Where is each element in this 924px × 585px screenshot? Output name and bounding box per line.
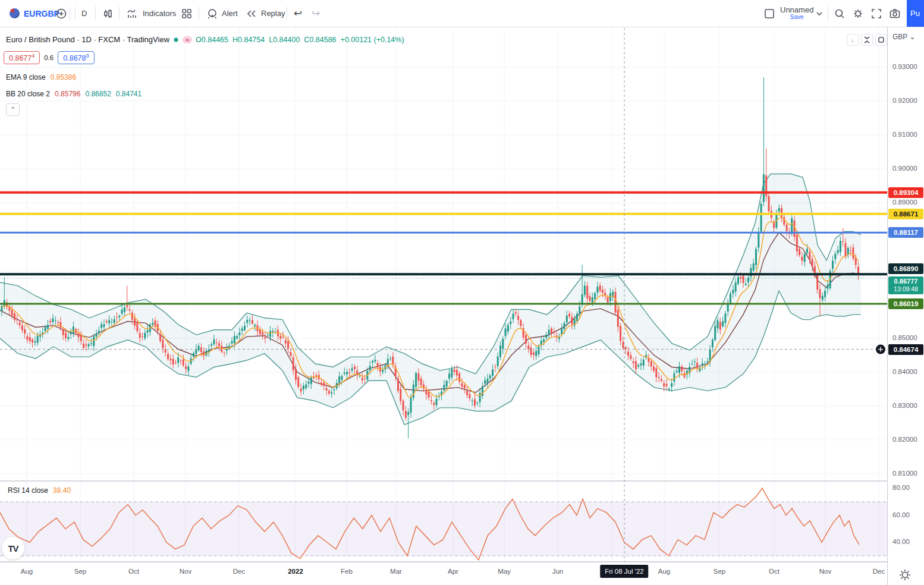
price-chart[interactable] xyxy=(0,27,887,562)
fullscreen-icon[interactable] xyxy=(870,0,882,27)
layout-name-label: Unnamed xyxy=(780,7,813,14)
bb-label: BB 20 close 2 xyxy=(6,90,50,98)
replay-button[interactable]: Replay xyxy=(246,0,285,27)
time-axis-label: Mar xyxy=(390,568,402,575)
rsi-indicator-row[interactable]: RSI 14 close 38.40 xyxy=(5,486,74,495)
price-tick: 0.83000 xyxy=(892,402,917,409)
maximize-pane-icon[interactable] xyxy=(875,34,887,46)
rsi-tick: 80.00 xyxy=(892,484,910,491)
replay-label: Replay xyxy=(261,9,285,18)
ohlc-values: O0.84465 H0.84754 L0.84400 C0.84586 +0.0… xyxy=(196,36,404,44)
top-toolbar: EURGBP D Indicators Alert Replay xyxy=(0,0,924,27)
close-value: C0.84586 xyxy=(304,36,336,44)
indicators-button[interactable]: Indicators xyxy=(126,0,176,27)
price-tick: 0.89000 xyxy=(892,199,917,206)
time-axis-label: Sep xyxy=(74,568,86,575)
time-axis-label: Sep xyxy=(714,568,725,575)
time-axis-label: Jun xyxy=(552,568,564,575)
interval-label: D xyxy=(81,9,87,18)
open-value: O0.84465 xyxy=(196,36,228,44)
time-axis-label: Oct xyxy=(128,568,139,575)
redo-button[interactable]: ↪ xyxy=(312,0,320,27)
ema-indicator-row[interactable]: EMA 9 close 0.85386 xyxy=(4,73,78,82)
bb-lower-value: 0.84741 xyxy=(116,90,142,98)
time-axis-label: Oct xyxy=(769,568,780,575)
level-price-label[interactable]: 0.88117 xyxy=(888,227,923,238)
indicator-templates-icon[interactable] xyxy=(181,0,192,27)
layout-button[interactable] xyxy=(763,0,775,27)
indicators-label: Indicators xyxy=(143,9,176,18)
market-status-icon xyxy=(173,37,179,43)
last-price-label: 0.8677713:09:48 xyxy=(888,276,923,294)
price-tick: 0.82000 xyxy=(892,436,917,443)
ema-value: 0.85386 xyxy=(51,73,76,81)
alert-button[interactable]: Alert xyxy=(206,0,238,27)
time-axis-label: Feb xyxy=(341,568,353,575)
price-scale[interactable]: GBP ⌄ 0.930000.920000.910000.900000.8900… xyxy=(888,27,924,585)
save-button[interactable]: Save xyxy=(790,14,804,21)
bb-indicator-row[interactable]: BB 20 close 2 0.85796 0.86852 0.84741 xyxy=(4,89,144,99)
price-tick: 0.93000 xyxy=(892,63,917,70)
price-tick: 0.84000 xyxy=(892,368,917,375)
time-axis-label: Nov xyxy=(819,568,831,575)
interval-button[interactable]: D xyxy=(81,0,87,27)
time-axis-label: Nov xyxy=(180,568,191,575)
chevron-down-icon[interactable] xyxy=(816,0,823,27)
bb-basis-value: 0.85796 xyxy=(55,90,80,98)
level-price-label[interactable]: 0.89304 xyxy=(888,187,923,198)
change-value: +0.00121 (+0.14%) xyxy=(341,36,404,44)
ema-label: EMA 9 close xyxy=(6,73,46,81)
price-tick: 0.91000 xyxy=(892,131,917,138)
price-tick: 0.85000 xyxy=(892,334,917,341)
high-value: H0.84754 xyxy=(232,36,265,44)
undo-button[interactable]: ↩ xyxy=(294,0,302,27)
collapse-pane-icon[interactable] xyxy=(861,34,873,46)
time-axis-label: Aug xyxy=(658,568,670,575)
symbol-search-add-icon[interactable] xyxy=(55,0,67,27)
time-axis-label: Dec xyxy=(233,568,245,575)
chart-style-button[interactable] xyxy=(102,0,114,27)
scale-settings-icon[interactable] xyxy=(898,568,912,584)
search-icon[interactable] xyxy=(834,0,846,27)
time-axis-label: Dec xyxy=(873,568,885,575)
price-tick: 0.81000 xyxy=(892,470,917,477)
approx-data-icon: ≈ xyxy=(183,36,192,43)
pane-controls: ↓ xyxy=(847,34,887,46)
crosshair-price-label: 0.84674 xyxy=(888,344,923,355)
rsi-value: 38.40 xyxy=(53,486,71,495)
symbol-logo xyxy=(10,0,20,27)
time-axis-label: 2022 xyxy=(288,568,303,575)
settings-gear-icon[interactable] xyxy=(852,0,864,27)
time-axis[interactable]: AugSepOctNovDec2022FebMarAprMayJunJulAug… xyxy=(0,562,887,585)
rsi-label: RSI 14 close xyxy=(8,486,48,495)
chart-legend: Euro / British Pound · 1D · FXCM · Tradi… xyxy=(4,34,407,45)
symbol-label: EURGBP xyxy=(24,9,59,18)
snapshot-camera-icon[interactable] xyxy=(889,0,901,27)
symbol-button[interactable]: EURGBP xyxy=(24,0,59,27)
bid-ask-row: 0.86774 0.6 0.86780 xyxy=(4,51,95,64)
sell-button[interactable]: 0.86774 xyxy=(4,51,40,64)
rsi-tick: 40.00 xyxy=(892,538,910,545)
level-price-label[interactable]: 0.86019 xyxy=(888,298,923,309)
currency-selector[interactable]: GBP ⌄ xyxy=(892,33,916,41)
chart-title[interactable]: Euro / British Pound · 1D · FXCM · Tradi… xyxy=(6,35,169,44)
time-axis-label: Apr xyxy=(448,568,458,575)
alert-label: Alert xyxy=(222,9,238,18)
rsi-tick: 60.00 xyxy=(892,511,910,518)
publish-button[interactable]: Pu xyxy=(907,0,924,27)
move-pane-down-icon[interactable]: ↓ xyxy=(847,34,859,46)
legend-collapse-button[interactable]: ⌃ xyxy=(6,103,20,116)
price-tick: 0.90000 xyxy=(892,165,917,172)
low-value: L0.84400 xyxy=(269,36,300,44)
spread-label: 0.6 xyxy=(44,54,54,61)
level-price-label[interactable]: 0.88671 xyxy=(888,209,923,219)
bb-upper-value: 0.86852 xyxy=(85,90,111,98)
layout-name-button[interactable]: Unnamed Save xyxy=(780,0,813,27)
crosshair-date-label: Fri 08 Jul '22 xyxy=(600,565,648,578)
level-price-label[interactable]: 0.86890 xyxy=(888,263,923,274)
buy-button[interactable]: 0.86780 xyxy=(58,51,94,64)
tradingview-app: EURGBP D Indicators Alert Replay xyxy=(0,0,924,585)
price-tick: 0.92000 xyxy=(892,97,917,104)
time-axis-label: May xyxy=(498,568,511,575)
tradingview-watermark-icon: TV xyxy=(2,537,24,559)
